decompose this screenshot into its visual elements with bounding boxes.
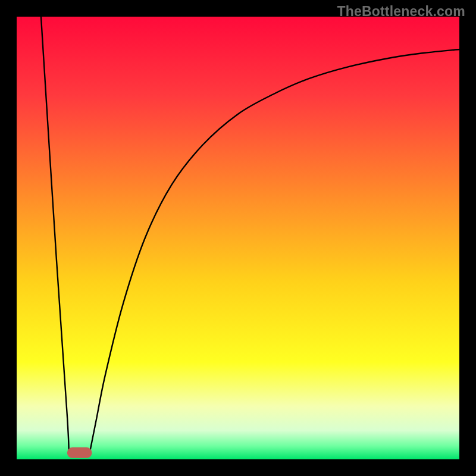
watermark-text: TheBottleneck.com <box>337 4 465 20</box>
chart-stage: TheBottleneck.com <box>0 0 476 476</box>
chart-gradient-panel <box>17 17 459 459</box>
chart-svg <box>0 0 476 476</box>
trough-marker <box>67 447 92 458</box>
